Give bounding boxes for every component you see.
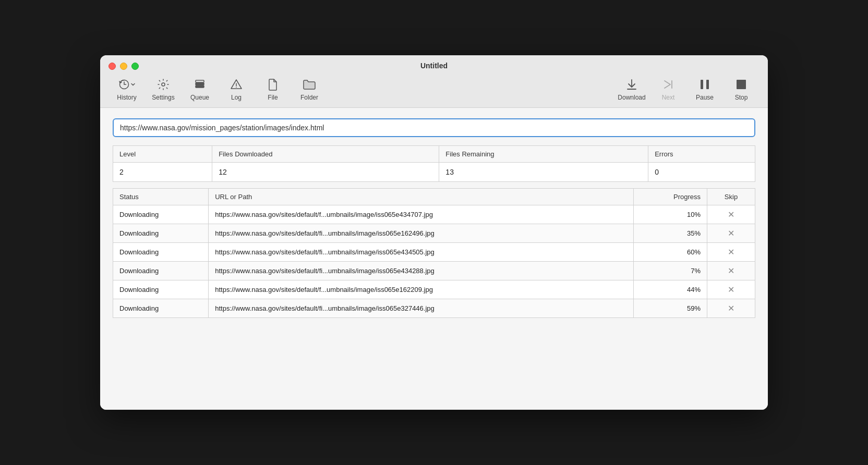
toolbar-item-stop[interactable]: Stop xyxy=(723,75,760,103)
file-url: https://www.nasa.gov/sites/default/fi...… xyxy=(209,262,634,280)
skip-cell[interactable]: ✕ xyxy=(707,280,755,299)
table-row: Downloading https://www.nasa.gov/sites/d… xyxy=(113,280,755,299)
skip-button[interactable]: ✕ xyxy=(728,285,734,294)
toolbar-item-queue[interactable]: Queue xyxy=(182,75,218,103)
main-window: Untitled History xyxy=(100,55,768,410)
settings-icon xyxy=(157,77,170,92)
minimize-button[interactable] xyxy=(120,63,127,70)
queue-label: Queue xyxy=(190,94,209,101)
table-row: Downloading https://www.nasa.gov/sites/d… xyxy=(113,205,755,224)
next-label: Next xyxy=(662,94,675,101)
toolbar-item-file[interactable]: File xyxy=(255,75,291,103)
skip-cell[interactable]: ✕ xyxy=(707,299,755,318)
toolbar-item-next: Next xyxy=(650,75,686,103)
svg-rect-10 xyxy=(701,80,703,89)
url-input[interactable] xyxy=(113,118,755,137)
stats-value-errors: 0 xyxy=(648,163,755,182)
window-title: Untitled xyxy=(420,62,448,70)
svg-point-6 xyxy=(236,87,237,88)
next-icon xyxy=(662,77,674,92)
file-url: https://www.nasa.gov/sites/default/fi...… xyxy=(209,224,634,243)
file-status: Downloading xyxy=(113,205,209,224)
svg-rect-4 xyxy=(196,80,204,82)
files-header-progress: Progress xyxy=(634,189,707,205)
files-table: Status URL or Path Progress Skip Downloa… xyxy=(113,188,755,318)
queue-icon xyxy=(194,77,206,92)
svg-rect-3 xyxy=(196,83,204,85)
file-label: File xyxy=(268,94,278,101)
svg-rect-12 xyxy=(737,80,746,89)
svg-point-1 xyxy=(162,83,165,86)
toolbar-item-settings[interactable]: Settings xyxy=(145,75,182,103)
folder-label: Folder xyxy=(300,94,318,101)
stop-label: Stop xyxy=(735,94,748,101)
file-progress: 44% xyxy=(634,280,707,299)
files-header-skip: Skip xyxy=(707,189,755,205)
toolbar-item-history[interactable]: History xyxy=(108,75,145,103)
file-url: https://www.nasa.gov/sites/default/f...u… xyxy=(209,205,634,224)
maximize-button[interactable] xyxy=(131,63,139,70)
files-header-url: URL or Path xyxy=(209,189,634,205)
table-row: Downloading https://www.nasa.gov/sites/d… xyxy=(113,262,755,280)
download-label: Download xyxy=(618,94,645,101)
history-icon xyxy=(118,77,136,92)
svg-rect-2 xyxy=(196,85,204,88)
content-area: Level Files Downloaded Files Remaining E… xyxy=(100,108,768,410)
stats-value-downloaded: 12 xyxy=(212,163,439,182)
stats-table: Level Files Downloaded Files Remaining E… xyxy=(113,145,755,182)
file-icon xyxy=(267,77,279,92)
file-status: Downloading xyxy=(113,224,209,243)
skip-button[interactable]: ✕ xyxy=(728,304,734,313)
file-progress: 35% xyxy=(634,224,707,243)
files-header-status: Status xyxy=(113,189,209,205)
table-row: Downloading https://www.nasa.gov/sites/d… xyxy=(113,243,755,262)
file-status: Downloading xyxy=(113,299,209,318)
table-row: Downloading https://www.nasa.gov/sites/d… xyxy=(113,224,755,243)
toolbar-item-pause[interactable]: Pause xyxy=(686,75,723,103)
skip-button[interactable]: ✕ xyxy=(728,248,734,256)
settings-label: Settings xyxy=(152,94,174,101)
download-icon xyxy=(625,77,638,92)
file-progress: 60% xyxy=(634,243,707,262)
stats-header-level: Level xyxy=(113,146,212,163)
skip-button[interactable]: ✕ xyxy=(728,229,734,238)
skip-button[interactable]: ✕ xyxy=(728,266,734,275)
stop-icon xyxy=(736,77,747,92)
file-progress: 10% xyxy=(634,205,707,224)
file-url: https://www.nasa.gov/sites/default/fi...… xyxy=(209,243,634,262)
table-row: Downloading https://www.nasa.gov/sites/d… xyxy=(113,299,755,318)
svg-rect-11 xyxy=(706,80,709,89)
file-url: https://www.nasa.gov/sites/default/fi...… xyxy=(209,299,634,318)
pause-label: Pause xyxy=(696,94,714,101)
toolbar: History Settings xyxy=(108,75,760,107)
toolbar-item-download[interactable]: Download xyxy=(613,75,650,103)
skip-cell[interactable]: ✕ xyxy=(707,205,755,224)
file-status: Downloading xyxy=(113,280,209,299)
toolbar-item-log[interactable]: Log xyxy=(218,75,255,103)
title-bar: Untitled History xyxy=(100,55,768,108)
skip-cell[interactable]: ✕ xyxy=(707,243,755,262)
file-status: Downloading xyxy=(113,243,209,262)
file-status: Downloading xyxy=(113,262,209,280)
log-label: Log xyxy=(231,94,242,101)
file-progress: 7% xyxy=(634,262,707,280)
stats-header-remaining: Files Remaining xyxy=(439,146,648,163)
pause-icon xyxy=(699,77,710,92)
log-icon xyxy=(230,77,243,92)
folder-icon xyxy=(303,77,316,92)
file-progress: 59% xyxy=(634,299,707,318)
close-button[interactable] xyxy=(108,63,116,70)
stats-header-errors: Errors xyxy=(648,146,755,163)
stats-value-level: 2 xyxy=(113,163,212,182)
skip-button[interactable]: ✕ xyxy=(728,210,734,219)
toolbar-item-folder[interactable]: Folder xyxy=(291,75,328,103)
file-url: https://www.nasa.gov/sites/default/f...u… xyxy=(209,280,634,299)
stats-header-downloaded: Files Downloaded xyxy=(212,146,439,163)
history-label: History xyxy=(117,94,136,101)
stats-value-remaining: 13 xyxy=(439,163,648,182)
skip-cell[interactable]: ✕ xyxy=(707,262,755,280)
skip-cell[interactable]: ✕ xyxy=(707,224,755,243)
window-controls xyxy=(108,63,139,70)
